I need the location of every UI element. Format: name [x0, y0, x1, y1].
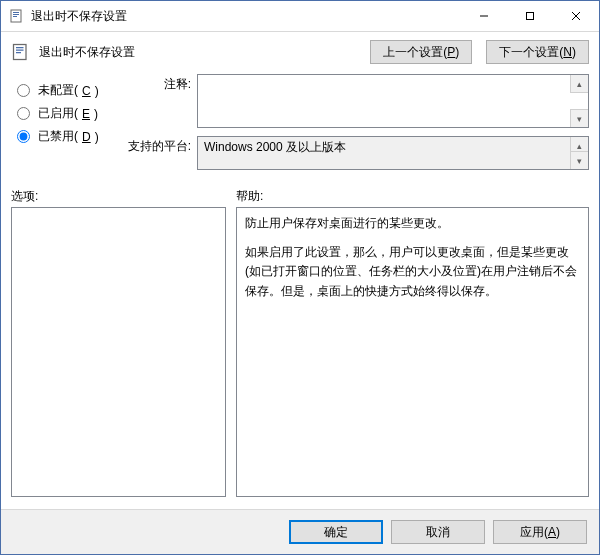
- maximize-button[interactable]: [507, 1, 553, 31]
- minimize-button[interactable]: [461, 1, 507, 31]
- radio-accel: C: [82, 84, 91, 98]
- svg-rect-1: [13, 12, 19, 13]
- scroll-down-icon[interactable]: ▾: [570, 109, 588, 127]
- svg-rect-11: [16, 52, 21, 53]
- policy-icon: [11, 42, 31, 62]
- help-pane: 防止用户保存对桌面进行的某些更改。 如果启用了此设置，那么，用户可以更改桌面，但…: [236, 207, 589, 497]
- header-row: 退出时不保存设置 上一个设置(P) 下一个设置(N): [1, 32, 599, 70]
- scroll-down-icon[interactable]: ▾: [570, 151, 588, 169]
- radio-not-configured[interactable]: 未配置(C): [11, 82, 121, 99]
- platform-row: 支持的平台: Windows 2000 及以上版本 ▴ ▾: [121, 136, 589, 170]
- button-label: 下一个设置(: [499, 44, 563, 61]
- app-icon: [9, 8, 25, 24]
- apply-button[interactable]: 应用(A): [493, 520, 587, 544]
- button-label: 取消: [426, 524, 450, 541]
- comment-input[interactable]: ▴ ▾: [197, 74, 589, 128]
- help-label: 帮助:: [236, 188, 589, 205]
- radio-label: 未配置(: [38, 82, 78, 99]
- radio-not-configured-input[interactable]: [17, 84, 30, 97]
- previous-setting-button[interactable]: 上一个设置(P): [370, 40, 472, 64]
- svg-rect-5: [527, 13, 534, 20]
- fields-column: 注释: ▴ ▾ 支持的平台: Windows 2000 及以上版本 ▴ ▾: [121, 74, 589, 178]
- platform-label: 支持的平台:: [121, 136, 197, 155]
- radio-label: 已禁用(: [38, 128, 78, 145]
- options-label: 选项:: [11, 188, 236, 205]
- config-area: 未配置(C) 已启用(E) 已禁用(D) 注释: ▴ ▾ 支持的平台: [1, 70, 599, 188]
- button-accel: P: [447, 45, 455, 59]
- radio-label-close: ): [95, 130, 99, 144]
- radio-disabled[interactable]: 已禁用(D): [11, 128, 121, 145]
- options-pane: [11, 207, 226, 497]
- dialog-button-bar: 确定 取消 应用(A): [1, 509, 599, 554]
- radio-enabled[interactable]: 已启用(E): [11, 105, 121, 122]
- scroll-up-icon[interactable]: ▴: [570, 75, 588, 93]
- supported-platform-box: Windows 2000 及以上版本 ▴ ▾: [197, 136, 589, 170]
- titlebar: 退出时不保存设置: [1, 1, 599, 32]
- radio-label: 已启用(: [38, 105, 78, 122]
- radio-accel: E: [82, 107, 90, 121]
- radio-disabled-input[interactable]: [17, 130, 30, 143]
- comment-label: 注释:: [121, 74, 197, 93]
- help-text: 如果启用了此设置，那么，用户可以更改桌面，但是某些更改(如已打开窗口的位置、任务…: [245, 243, 580, 301]
- radio-accel: D: [82, 130, 91, 144]
- split-panes: 防止用户保存对桌面进行的某些更改。 如果启用了此设置，那么，用户可以更改桌面，但…: [1, 207, 599, 509]
- ok-button[interactable]: 确定: [289, 520, 383, 544]
- dialog-window: 退出时不保存设置 退出时不保存设置 上一个设置(P) 下一个设置(N): [0, 0, 600, 555]
- cancel-button[interactable]: 取消: [391, 520, 485, 544]
- svg-rect-10: [16, 50, 24, 51]
- next-setting-button[interactable]: 下一个设置(N): [486, 40, 589, 64]
- button-label-close: ): [572, 45, 576, 59]
- svg-rect-2: [13, 14, 19, 15]
- button-label: 确定: [324, 524, 348, 541]
- platform-value: Windows 2000 及以上版本: [204, 140, 346, 154]
- state-radio-group: 未配置(C) 已启用(E) 已禁用(D): [11, 74, 121, 178]
- window-title: 退出时不保存设置: [31, 8, 127, 25]
- svg-rect-9: [16, 47, 24, 48]
- radio-label-close: ): [94, 107, 98, 121]
- button-label-close: ): [455, 45, 459, 59]
- button-accel: N: [563, 45, 572, 59]
- policy-name: 退出时不保存设置: [39, 44, 135, 61]
- comment-row: 注释: ▴ ▾: [121, 74, 589, 128]
- button-label-close: ): [556, 525, 560, 539]
- button-label: 应用(: [520, 524, 548, 541]
- close-button[interactable]: [553, 1, 599, 31]
- radio-label-close: ): [95, 84, 99, 98]
- radio-enabled-input[interactable]: [17, 107, 30, 120]
- svg-rect-3: [13, 16, 17, 17]
- button-accel: A: [548, 525, 556, 539]
- button-label: 上一个设置(: [383, 44, 447, 61]
- pane-labels: 选项: 帮助:: [1, 188, 599, 207]
- help-text: 防止用户保存对桌面进行的某些更改。: [245, 214, 580, 233]
